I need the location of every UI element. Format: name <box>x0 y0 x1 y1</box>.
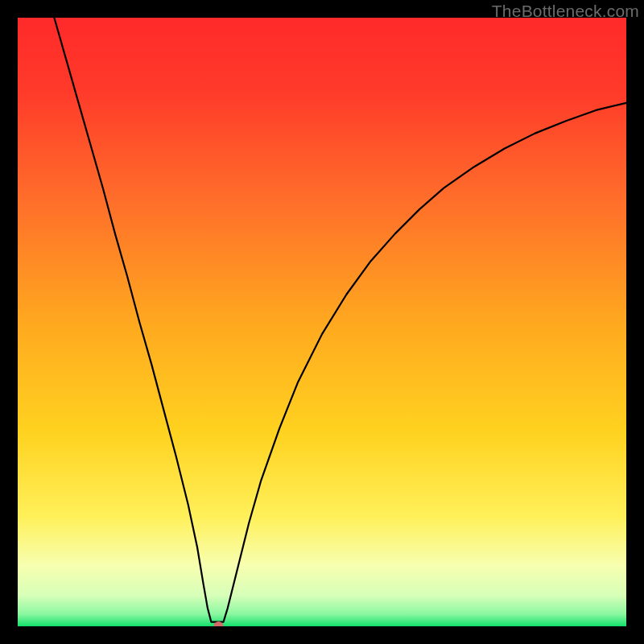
watermark-label: TheBottleneck.com <box>492 2 639 21</box>
chart-background <box>18 18 626 626</box>
chart-frame <box>18 18 626 626</box>
bottleneck-chart <box>18 18 626 626</box>
